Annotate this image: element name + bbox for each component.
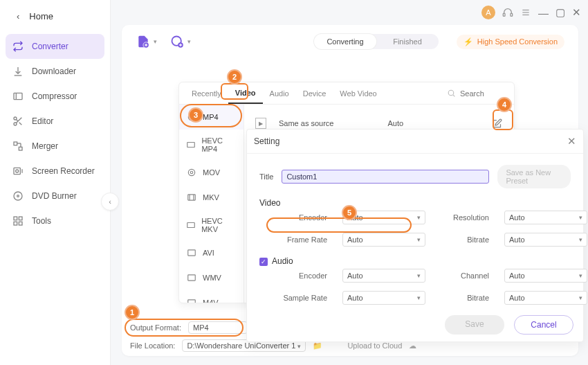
audio-encoder-label: Encoder bbox=[272, 271, 327, 280]
sidebar-item-downloader[interactable]: Downloader bbox=[0, 59, 110, 84]
sidebar-item-editor[interactable]: Editor bbox=[0, 109, 110, 134]
svg-rect-0 bbox=[503, 13, 505, 16]
edit-preset-icon[interactable] bbox=[490, 117, 503, 130]
grid-icon bbox=[12, 215, 24, 226]
channel-label: Channel bbox=[441, 271, 489, 280]
format-item-hevc-mkv[interactable]: HEVC MKV bbox=[179, 210, 244, 240]
home-label: Home bbox=[29, 11, 53, 21]
save-as-preset-button[interactable]: Save as New Preset bbox=[497, 165, 571, 188]
play-icon: ▶ bbox=[255, 118, 266, 129]
format-item-mkv[interactable]: MKV bbox=[179, 185, 244, 210]
sidebar-item-label: Compressor bbox=[32, 91, 77, 101]
sidebar-item-screen-recorder[interactable]: Screen Recorder bbox=[0, 159, 110, 184]
resolution-select[interactable]: Auto▾ bbox=[504, 211, 587, 224]
svg-point-18 bbox=[16, 170, 19, 172]
search-input[interactable] bbox=[460, 89, 502, 98]
svg-rect-21 bbox=[14, 217, 17, 220]
audio-bitrate-select[interactable]: Auto▾ bbox=[504, 291, 587, 305]
close-icon[interactable]: ✕ bbox=[567, 135, 576, 148]
format-item-avi[interactable]: AVI bbox=[179, 240, 244, 265]
high-speed-conversion[interactable]: ⚡ High Speed Conversion bbox=[457, 35, 564, 49]
add-file-caret[interactable]: ▾ bbox=[154, 38, 157, 45]
record-icon bbox=[12, 166, 24, 177]
svg-rect-13 bbox=[14, 142, 17, 145]
resolution-label: Resolution bbox=[441, 213, 489, 222]
fmt-tab-web-video[interactable]: Web Video bbox=[333, 84, 383, 103]
cancel-button[interactable]: Cancel bbox=[514, 315, 573, 335]
audio-encoder-select[interactable]: Auto▾ bbox=[342, 269, 425, 283]
svg-point-32 bbox=[448, 90, 454, 96]
sidebar-item-tools[interactable]: Tools bbox=[0, 208, 110, 233]
tab-converting[interactable]: Converting bbox=[314, 34, 376, 49]
audio-bitrate-label: Bitrate bbox=[441, 294, 489, 302]
file-location-label: File Location: bbox=[130, 341, 175, 350]
svg-rect-24 bbox=[19, 222, 22, 225]
svg-point-9 bbox=[14, 123, 17, 125]
step-badge-5: 5 bbox=[342, 205, 357, 220]
back-home[interactable]: ‹ Home bbox=[0, 0, 110, 34]
svg-rect-22 bbox=[19, 217, 22, 220]
svg-line-12 bbox=[16, 119, 18, 121]
fmt-tab-video[interactable]: Video bbox=[228, 83, 263, 104]
channel-select[interactable]: Auto▾ bbox=[504, 269, 587, 283]
folder-icon[interactable]: 📁 bbox=[313, 341, 322, 350]
format-item-m4v[interactable]: M4V bbox=[179, 290, 244, 303]
window-maximize[interactable]: ▢ bbox=[555, 6, 565, 19]
hevc-icon bbox=[186, 220, 196, 231]
format-item-hevc-mp4[interactable]: HEVC MP4 bbox=[179, 130, 244, 160]
sidebar: ‹ Home Converter Downloader Compressor E… bbox=[0, 0, 111, 365]
format-item-mov[interactable]: MOV bbox=[179, 160, 244, 185]
fmt-tab-audio[interactable]: Audio bbox=[263, 84, 296, 103]
svg-line-11 bbox=[19, 123, 22, 125]
sidebar-item-label: Downloader bbox=[32, 66, 76, 76]
svg-rect-6 bbox=[14, 93, 22, 99]
sidebar-item-compressor[interactable]: Compressor bbox=[0, 84, 110, 109]
add-file-icon[interactable] bbox=[136, 34, 151, 49]
tab-finished[interactable]: Finished bbox=[376, 34, 439, 49]
avatar-letter: A bbox=[486, 8, 490, 17]
chevron-left-icon: ‹ bbox=[17, 11, 19, 21]
save-button[interactable]: Save bbox=[445, 315, 504, 335]
sample-rate-label: Sample Rate bbox=[272, 294, 327, 302]
sidebar-collapse[interactable]: ‹ bbox=[101, 193, 119, 211]
sidebar-item-label: Screen Recorder bbox=[32, 166, 95, 176]
preset-auto: Auto bbox=[387, 119, 403, 127]
output-format-label: Output Format: bbox=[130, 323, 181, 332]
audio-checkbox[interactable]: ✓ bbox=[259, 258, 268, 266]
window-close[interactable]: ✕ bbox=[572, 6, 581, 19]
menu-icon[interactable] bbox=[520, 7, 531, 18]
avatar[interactable]: A bbox=[481, 6, 495, 19]
svg-rect-17 bbox=[14, 168, 20, 174]
hevc-icon bbox=[186, 139, 196, 150]
setting-title: Setting bbox=[254, 136, 279, 146]
sample-rate-select[interactable]: Auto▾ bbox=[342, 291, 425, 305]
format-item-wmv[interactable]: WMV bbox=[179, 265, 244, 290]
headset-icon[interactable] bbox=[502, 7, 513, 18]
fmt-tab-recently[interactable]: Recently bbox=[185, 84, 228, 103]
merger-icon bbox=[12, 141, 24, 152]
output-format-select[interactable]: MP4 bbox=[188, 321, 248, 334]
video-encoder-label: Encoder bbox=[272, 213, 327, 222]
svg-point-37 bbox=[188, 169, 194, 175]
cloud-icon[interactable]: ☁︎ bbox=[409, 341, 416, 350]
svg-rect-43 bbox=[188, 250, 196, 256]
frame-rate-select[interactable]: Auto▾ bbox=[342, 233, 425, 247]
compressor-icon bbox=[12, 91, 24, 102]
window-minimize[interactable]: — bbox=[538, 7, 549, 19]
step-badge-1: 1 bbox=[125, 305, 140, 320]
video-bitrate-select[interactable]: Auto▾ bbox=[504, 233, 587, 247]
svg-rect-36 bbox=[187, 143, 195, 148]
svg-rect-42 bbox=[187, 223, 195, 228]
step-badge-4: 4 bbox=[497, 97, 512, 112]
svg-rect-14 bbox=[19, 147, 22, 150]
sidebar-item-dvd-burner[interactable]: DVD Burner bbox=[0, 184, 110, 208]
add-url-icon[interactable] bbox=[169, 34, 185, 49]
add-url-caret[interactable]: ▾ bbox=[187, 38, 191, 45]
format-search[interactable] bbox=[447, 89, 508, 98]
sidebar-item-converter[interactable]: Converter bbox=[6, 34, 104, 59]
preset-title-input[interactable] bbox=[282, 170, 489, 184]
sidebar-item-merger[interactable]: Merger bbox=[0, 134, 110, 159]
bolt-icon: ⚡ bbox=[463, 37, 473, 46]
title-label: Title bbox=[259, 172, 273, 181]
fmt-tab-device[interactable]: Device bbox=[296, 84, 333, 103]
